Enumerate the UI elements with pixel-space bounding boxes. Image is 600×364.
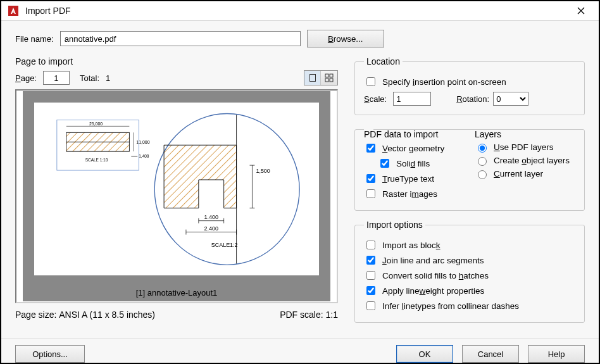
filename-input[interactable] — [60, 31, 301, 46]
pdfscale-label: PDF scale: — [280, 310, 323, 320]
scale-110-label: SCALE 1:10 — [85, 158, 108, 162]
create-object-layers-radio[interactable]: Create object layers — [475, 155, 575, 166]
cancel-button[interactable]: Cancel — [462, 345, 519, 363]
import-options-group: Import options Import as block Join line… — [354, 220, 585, 323]
view-toggle — [304, 70, 338, 85]
svg-rect-2 — [325, 74, 328, 77]
pdf-data-layers-group: x PDF data to import Vector geometry Sol… — [354, 124, 585, 211]
raster-images-checkbox[interactable]: Raster images — [364, 187, 465, 200]
page-label: Page: — [15, 73, 37, 83]
app-icon — [8, 5, 19, 16]
location-title: Location — [364, 56, 403, 66]
join-segments-checkbox[interactable]: Join line and arc segments — [364, 254, 575, 267]
import-as-block-checkbox[interactable]: Import as block — [364, 239, 575, 251]
truetype-text-checkbox[interactable]: TrueType text — [364, 172, 465, 185]
pagesize-label: Page size: — [15, 310, 56, 320]
rotation-select[interactable]: 0 — [493, 92, 528, 106]
page-to-import-title: Page to import — [15, 56, 338, 66]
preview-drawing: 25,000 11,000 SCALE 1:10 1,400 — [38, 106, 315, 272]
svg-rect-4 — [325, 78, 328, 82]
dim-2400: 2.400 — [204, 225, 218, 231]
multi-page-view-icon[interactable] — [321, 71, 337, 85]
preview-caption: [1] annotative-Layout1 — [23, 284, 330, 301]
filename-label: File name: — [15, 34, 54, 44]
scale-input[interactable] — [393, 92, 431, 106]
convert-fills-checkbox[interactable]: Convert solid fills to hatches — [364, 269, 575, 282]
rotation-label: Rotation: — [456, 94, 489, 104]
window-title: Import PDF — [25, 6, 71, 16]
help-button[interactable]: Help — [528, 345, 585, 363]
specify-insertion-checkbox[interactable]: Specify insertion point on-screen — [364, 75, 575, 88]
titlebar: Import PDF — [1, 1, 599, 21]
ok-button[interactable]: OK — [396, 345, 453, 363]
apply-lineweight-checkbox[interactable]: Apply lineweight properties — [364, 284, 575, 297]
svg-rect-0 — [8, 6, 18, 16]
use-pdf-layers-radio[interactable]: Use PDF layers — [475, 142, 575, 153]
infer-linetypes-checkbox[interactable]: Infer linetypes from collinear dashes — [364, 299, 575, 312]
dim-25000: 25,000 — [89, 122, 103, 126]
total-value: 1 — [106, 73, 110, 83]
layers-title: Layers — [475, 129, 575, 139]
page-number-input[interactable] — [43, 71, 70, 85]
vector-geometry-checkbox[interactable]: Vector geometry — [364, 142, 465, 154]
scale-label: Scale: — [364, 94, 387, 104]
browse-button[interactable]: Browse... — [307, 30, 384, 47]
total-label: Total: — [80, 73, 99, 83]
dim-11000: 11,000 — [136, 140, 149, 144]
location-group: Location Specify insertion point on-scre… — [354, 56, 585, 115]
dim-1500: 1,500 — [256, 168, 270, 174]
scale-12-label: SCALE1:2 — [211, 242, 238, 248]
dim-1400s: 1,400 — [139, 154, 149, 158]
single-page-view-icon[interactable] — [304, 71, 321, 85]
options-button[interactable]: Options... — [15, 345, 85, 363]
pagesize-value: ANSI A (11 x 8.5 inches) — [59, 310, 155, 320]
svg-rect-1 — [309, 75, 315, 82]
pdf-data-title: PDF data to import — [364, 129, 465, 139]
close-button[interactable] — [568, 1, 594, 20]
import-options-title: Import options — [364, 220, 425, 230]
pdfscale-value: 1:1 — [326, 310, 338, 320]
solid-fills-checkbox[interactable]: Solid fills — [378, 157, 465, 170]
svg-rect-5 — [330, 78, 333, 82]
dim-1400: 1.400 — [204, 213, 218, 220]
current-layer-radio[interactable]: Current layer — [475, 168, 575, 179]
preview-frame: 25,000 11,000 SCALE 1:10 1,400 — [15, 89, 338, 303]
svg-rect-3 — [330, 74, 333, 77]
browse-label-rest: rowse... — [334, 34, 363, 44]
